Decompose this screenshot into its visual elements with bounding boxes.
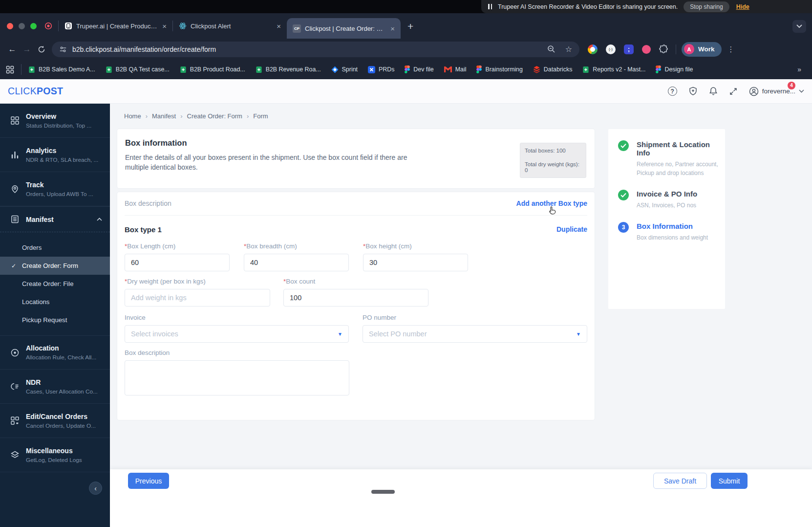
sheets-icon — [28, 66, 35, 73]
tab-search-button[interactable] — [792, 20, 806, 33]
dry-weight-label: *Dry weight (per box in kgs) — [125, 278, 270, 285]
box-length-input[interactable] — [125, 254, 230, 271]
sidebar-item-pickup-request[interactable]: Pickup Request — [0, 311, 110, 329]
breadcrumb-manifest[interactable]: Manifest — [152, 112, 176, 120]
tab-strip: Trupeer.ai | Create Product Vi × Clickpo… — [0, 13, 812, 39]
manifest-doc-icon — [10, 215, 20, 224]
back-button[interactable]: ← — [5, 44, 20, 54]
po-number-select[interactable]: Select PO number ▼ — [363, 325, 587, 343]
extension-paren-icon[interactable]: (-) — [606, 44, 616, 54]
sidebar-item-miscellaneous[interactable]: MiscellaneousGetLog, Deleted Logs — [0, 438, 110, 472]
expand-icon[interactable] — [729, 87, 738, 96]
bell-icon[interactable] — [709, 87, 718, 96]
bookmark-item[interactable]: PRDs — [368, 66, 394, 73]
sidebar-item-track[interactable]: TrackOrders, Upload AWB To ... — [0, 172, 110, 206]
bookmark-item[interactable]: Dev file — [405, 66, 433, 73]
bookmark-item[interactable]: B2B Product Road... — [180, 66, 245, 73]
apps-grid-icon[interactable] — [6, 66, 14, 74]
step-invoice-po[interactable]: Invoice & PO Info ASN, Invoices, PO nos — [618, 190, 725, 210]
bookmark-item[interactable]: Design file — [656, 66, 693, 73]
extension-pink-icon[interactable] — [642, 45, 651, 54]
previous-button[interactable]: Previous — [128, 473, 169, 489]
bookmark-item[interactable]: B2B Revenue Roa... — [256, 66, 321, 73]
tab-close-icon[interactable]: × — [389, 24, 396, 33]
sidebar-item-create-order-file[interactable]: Create Order: File — [0, 275, 110, 293]
tab-close-icon[interactable]: × — [276, 22, 282, 30]
box-description-textarea[interactable] — [125, 360, 349, 395]
clickpost-favicon-icon: CP — [293, 24, 301, 33]
po-number-label: PO number — [363, 314, 587, 321]
sidebar-item-ndr[interactable]: NDRCases, User Allocation Co... — [0, 370, 110, 404]
atom-favicon-icon — [179, 22, 187, 30]
step-shipment-location[interactable]: Shipment & Location Info Reference no, P… — [618, 140, 725, 177]
dropdown-arrow-icon: ▼ — [338, 331, 342, 337]
bookmark-item[interactable]: B2B QA Test case... — [106, 66, 170, 73]
sidebar-item-edit-cancel-orders[interactable]: Edit/Cancel OrdersCancel Orders, Update … — [0, 404, 110, 438]
invoice-select[interactable]: Select invoices ▼ — [125, 325, 349, 343]
breadcrumb-create-order-form[interactable]: Create Order: Form — [187, 112, 242, 120]
sidebar-nav: OverviewStatus Distribution, Top ... Ana… — [0, 104, 110, 527]
help-icon[interactable]: ? — [668, 87, 677, 96]
shield-icon[interactable] — [688, 87, 698, 96]
zoom-icon[interactable] — [547, 45, 556, 53]
sidebar-item-overview[interactable]: OverviewStatus Distribution, Top ... — [0, 104, 110, 138]
figma-icon — [476, 66, 482, 73]
tab-title: Clickpost Alert — [191, 22, 272, 30]
submit-button[interactable]: Submit — [711, 473, 748, 489]
stop-sharing-button[interactable]: Stop sharing — [684, 1, 729, 12]
sidebar-item-manifest[interactable]: Manifest — [0, 206, 110, 232]
site-info-icon[interactable] — [59, 45, 67, 53]
step-box-information[interactable]: 3 Box Information Box dimensions and wei… — [618, 222, 725, 242]
bookmark-item[interactable]: Sprint — [331, 66, 358, 73]
bookmark-item[interactable]: Mail — [444, 66, 467, 73]
sidebar-item-analytics[interactable]: AnalyticsNDR & RTO, SLA breach, ... — [0, 138, 110, 172]
cursor-hand-icon — [548, 206, 557, 216]
minimize-window-button[interactable] — [19, 23, 25, 29]
extension-google-icon[interactable] — [588, 44, 598, 54]
tab-title: Clickpost | Create Order: Form — [305, 25, 385, 32]
url-text[interactable]: b2b.clickpost.ai/manifestation/order/cre… — [72, 45, 547, 53]
sidebar-item-orders[interactable]: Orders — [0, 239, 110, 257]
box-height-input[interactable] — [363, 254, 468, 271]
box-count-input[interactable] — [283, 289, 428, 307]
chevron-down-icon — [799, 89, 804, 93]
ndr-flow-icon — [10, 382, 20, 391]
duplicate-link[interactable]: Duplicate — [556, 225, 587, 234]
tab-clickpost-create-order[interactable]: CP Clickpost | Create Order: Form × — [287, 18, 401, 39]
sidebar-item-create-order-form[interactable]: ✓ Create Order: Form — [0, 257, 110, 275]
bookmark-star-icon[interactable]: ☆ — [565, 44, 572, 54]
bookmark-item[interactable]: Brainstorming — [476, 66, 522, 73]
tab-clickpost-alert[interactable]: Clickpost Alert × — [173, 13, 287, 39]
sidebar-item-allocation[interactable]: AllocationAllocation Rule, Check All... — [0, 335, 110, 370]
browser-menu-icon[interactable]: ⋮ — [727, 45, 735, 54]
sheets-icon — [582, 66, 589, 73]
breadcrumb-home[interactable]: Home — [124, 112, 141, 120]
bookmark-item[interactable]: Databricks — [533, 66, 573, 73]
forward-button[interactable]: → — [20, 44, 34, 54]
share-message: Trupeer AI Screen Recorder & Video Edito… — [498, 3, 678, 10]
address-bar[interactable]: b2b.clickpost.ai/manifestation/order/cre… — [52, 42, 579, 57]
dry-weight-input[interactable] — [125, 289, 270, 307]
tab-trupeer[interactable]: Trupeer.ai | Create Product Vi × — [59, 13, 172, 39]
hide-link[interactable]: Hide — [736, 3, 749, 10]
drag-handle[interactable] — [371, 490, 395, 494]
new-tab-button[interactable]: + — [407, 21, 413, 31]
tab-close-icon[interactable]: × — [161, 22, 168, 30]
sidebar-item-locations[interactable]: Locations — [0, 293, 110, 311]
sidebar-collapse-button[interactable]: ‹ — [89, 482, 102, 495]
save-draft-button[interactable]: Save Draft — [653, 473, 707, 489]
extension-semicolon-icon[interactable]: ; — [624, 44, 634, 54]
close-window-button[interactable] — [7, 23, 13, 29]
bookmarks-overflow-icon[interactable]: » — [797, 66, 801, 73]
extensions-puzzle-icon[interactable] — [659, 44, 669, 54]
step-complete-icon — [618, 190, 629, 200]
window-controls[interactable] — [0, 23, 44, 29]
bookmark-item[interactable]: B2B Sales Demo A... — [28, 66, 95, 73]
browser-profile-chip[interactable]: A Work — [682, 42, 722, 57]
maximize-window-button[interactable] — [30, 23, 37, 29]
reload-button[interactable] — [34, 45, 49, 53]
bookmark-item[interactable]: Reports v2 - Mast... — [582, 66, 645, 73]
user-menu[interactable]: foreverne... 4 — [749, 87, 804, 96]
box-breadth-input[interactable] — [244, 254, 349, 271]
bar-chart-icon — [10, 150, 20, 159]
